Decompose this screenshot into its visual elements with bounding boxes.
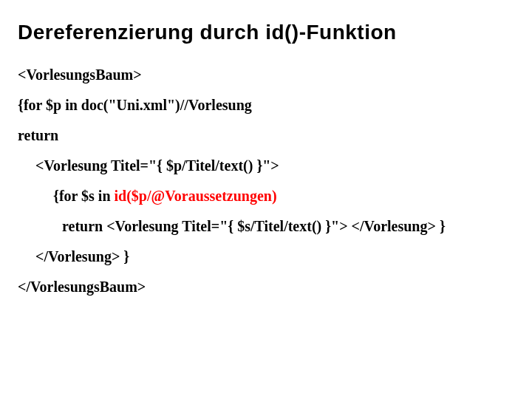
code-line-2: {for $p in doc("Uni.xml")//Vorlesung: [18, 95, 514, 115]
code-line-5: {for $s in id($p/@Voraussetzungen): [18, 186, 514, 206]
code-line-6: return <Vorlesung Titel="{ $s/Titel/text…: [18, 216, 514, 236]
code-line-4: <Vorlesung Titel="{ $p/Titel/text() }">: [18, 156, 514, 176]
code-line-3: return: [18, 126, 514, 146]
slide: Dereferenzierung durch id()-Funktion <Vo…: [0, 0, 532, 399]
code-line-8: </VorlesungsBaum>: [18, 277, 514, 297]
code-line-1: <VorlesungsBaum>: [18, 65, 514, 85]
code-block: <VorlesungsBaum> {for $p in doc("Uni.xml…: [18, 65, 514, 297]
code-line-7: </Vorlesung> }: [18, 247, 514, 267]
code-line-5-prefix: {for $s in: [53, 188, 115, 204]
code-line-5-highlight: id($p/@Voraussetzungen): [115, 188, 277, 204]
slide-title: Dereferenzierung durch id()-Funktion: [18, 21, 514, 44]
